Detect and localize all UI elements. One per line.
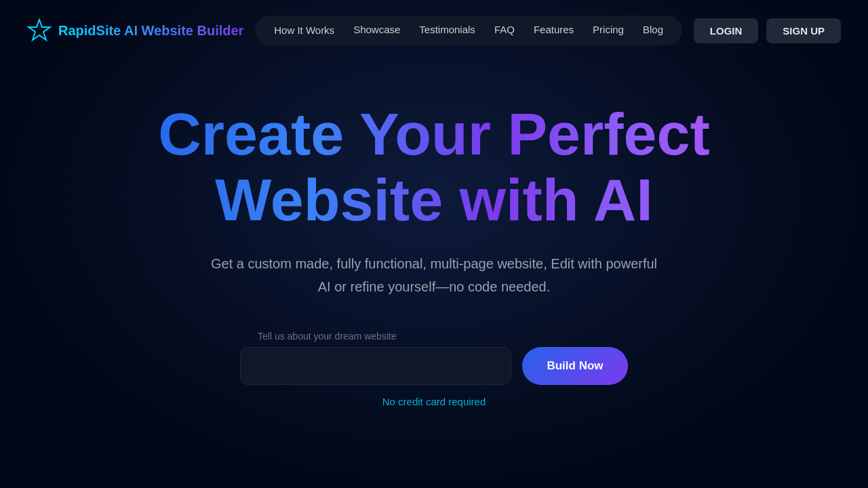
hero-section: Create Your Perfect Website with AI Get … [0, 61, 868, 407]
signup-button[interactable]: SIGN UP [766, 18, 841, 43]
logo-text: RapidSite AI Website Builder [58, 23, 243, 39]
nav-features[interactable]: Features [534, 24, 574, 35]
input-label: Tell us about your dream website [258, 331, 397, 342]
cta-section: Tell us about your dream website Build N… [0, 331, 868, 407]
nav-menu: How It Works Showcase Testimonials FAQ F… [255, 16, 682, 45]
svg-marker-0 [28, 20, 50, 40]
nav-blog[interactable]: Blog [643, 24, 663, 35]
nav-showcase[interactable]: Showcase [353, 24, 400, 35]
hero-subtitle: Get a custom made, fully functional, mul… [203, 252, 665, 298]
logo[interactable]: RapidSite AI Website Builder [27, 18, 243, 43]
nav-auth: LOGIN SIGN UP [694, 18, 841, 43]
build-now-button[interactable]: Build Now [522, 347, 627, 385]
nav-testimonials[interactable]: Testimonials [419, 24, 475, 35]
hero-title: Create Your Perfect Website with AI [129, 102, 739, 233]
no-credit-card-text: No credit card required [382, 396, 486, 407]
login-button[interactable]: LOGIN [694, 18, 759, 43]
nav-faq[interactable]: FAQ [494, 24, 515, 35]
nav-pricing[interactable]: Pricing [593, 24, 624, 35]
input-row: Build Now [240, 347, 627, 385]
logo-icon [27, 18, 52, 43]
nav-how-it-works[interactable]: How It Works [274, 24, 334, 37]
dream-website-input[interactable] [240, 347, 511, 385]
navbar: RapidSite AI Website Builder How It Work… [0, 0, 868, 61]
